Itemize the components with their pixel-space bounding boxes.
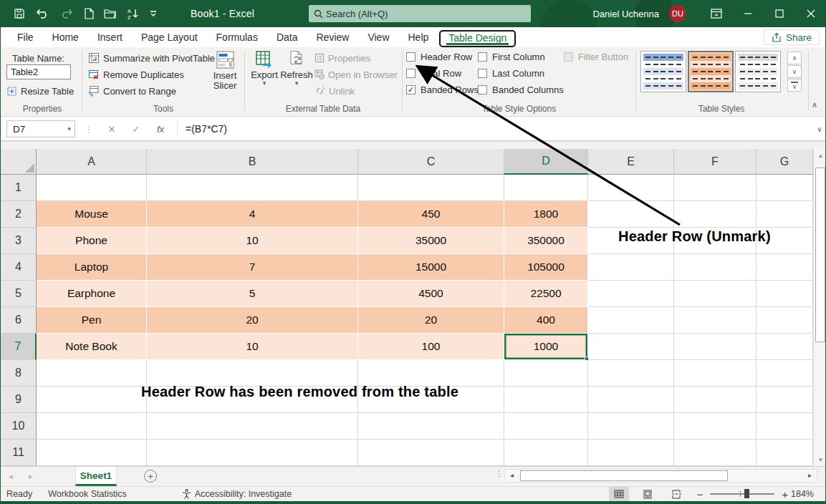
table-style-orange[interactable] <box>688 51 734 92</box>
cell-F2[interactable] <box>674 201 757 228</box>
hscroll-left-icon[interactable]: ◄ <box>505 470 519 482</box>
cell-D1[interactable] <box>504 175 588 201</box>
tab-view[interactable]: View <box>358 29 398 47</box>
zoom-out-button[interactable]: − <box>696 488 703 500</box>
cell-C3[interactable]: 35000 <box>358 228 504 254</box>
add-sheet-button[interactable]: + <box>144 470 157 483</box>
cell-G1[interactable] <box>757 175 813 201</box>
page-layout-view-button[interactable] <box>638 487 658 501</box>
tab-data[interactable]: Data <box>267 29 307 47</box>
column-header-A[interactable]: A <box>37 149 147 175</box>
insert-function-icon[interactable]: fx <box>151 120 170 137</box>
cell-D10[interactable] <box>504 413 588 440</box>
cell-C11[interactable] <box>358 440 504 466</box>
avatar[interactable]: DU <box>669 5 686 22</box>
export-button[interactable]: Export ▾ <box>248 50 281 86</box>
column-header-C[interactable]: C <box>358 149 504 175</box>
cell-B6[interactable]: 20 <box>147 307 358 334</box>
tab-file[interactable]: File <box>8 29 43 47</box>
share-button[interactable]: Share <box>764 29 820 45</box>
cell-G4[interactable] <box>757 254 813 281</box>
cell-E2[interactable] <box>588 201 674 228</box>
column-header-E[interactable]: E <box>588 149 674 175</box>
cell-A7[interactable]: Note Book <box>37 334 147 360</box>
cell-F6[interactable] <box>674 307 757 334</box>
cancel-icon[interactable]: ✕ <box>102 120 121 137</box>
cell-B2[interactable]: 4 <box>147 201 358 228</box>
cell-F4[interactable] <box>674 254 757 281</box>
cell-B8[interactable] <box>147 360 358 387</box>
tab-review[interactable]: Review <box>307 29 359 47</box>
maximize-button[interactable] <box>764 0 795 27</box>
cell-F11[interactable] <box>674 440 757 466</box>
tab-page-layout[interactable]: Page Layout <box>132 29 207 47</box>
table-style-gray[interactable] <box>735 51 781 92</box>
cell-C10[interactable] <box>358 413 504 440</box>
enter-icon[interactable]: ✓ <box>127 120 145 137</box>
tab-home[interactable]: Home <box>43 29 88 47</box>
cell-A8[interactable] <box>37 360 147 387</box>
cell-F5[interactable] <box>674 281 757 307</box>
table-styles-scroll-down-button[interactable]: ∨ <box>787 65 802 78</box>
cell-D8[interactable] <box>504 360 588 387</box>
column-header-G[interactable]: G <box>757 149 813 175</box>
cell-G7[interactable] <box>757 334 813 360</box>
convert-to-range-button[interactable]: Convert to Range <box>88 84 176 97</box>
checkbox-total-row[interactable]: Total Row <box>406 68 461 79</box>
row-header-2[interactable]: 2 <box>1 201 37 228</box>
cell-F7[interactable] <box>674 334 757 360</box>
row-header-6[interactable]: 6 <box>1 307 37 334</box>
sheetbar-dots-separator[interactable]: ⋮ <box>495 469 503 478</box>
cell-G5[interactable] <box>757 281 813 307</box>
cell-C5[interactable]: 4500 <box>358 281 504 307</box>
sheet-nav-right-icon[interactable]: ► <box>21 467 41 486</box>
cell-E9[interactable] <box>588 387 674 413</box>
horizontal-scrollbar[interactable]: ◄ ► <box>504 469 817 483</box>
insert-slicer-button[interactable]: Insert Slicer <box>208 50 241 91</box>
cell-E8[interactable] <box>588 360 674 387</box>
redo-icon[interactable] <box>59 8 74 19</box>
customize-qat-icon[interactable] <box>150 9 157 18</box>
tab-table-design[interactable]: Table Design <box>439 30 516 47</box>
cell-A4[interactable]: Laptop <box>37 254 147 281</box>
cell-F8[interactable] <box>674 360 757 387</box>
vertical-scrollbar-thumb[interactable] <box>815 168 825 342</box>
table-styles-scroll-up-button[interactable]: ∧ <box>787 52 802 64</box>
workbook-statistics-button[interactable]: Workbook Statistics <box>48 489 127 499</box>
vertical-scrollbar[interactable]: ▲ ▼ <box>813 149 826 466</box>
cell-A5[interactable]: Earphone <box>37 281 147 307</box>
user-name[interactable]: Daniel Uchenna <box>592 9 659 19</box>
cell-F9[interactable] <box>674 387 757 413</box>
table-styles-gallery-button[interactable]: ∨ <box>787 79 802 92</box>
formula-input[interactable]: =(B7*C7) <box>186 120 227 137</box>
open-file-icon[interactable] <box>104 9 117 19</box>
new-file-icon[interactable] <box>84 8 94 19</box>
scroll-down-icon[interactable]: ▼ <box>814 453 826 466</box>
row-header-5[interactable]: 5 <box>1 281 37 307</box>
checkbox-banded-rows[interactable]: ✓Banded Rows <box>406 84 479 95</box>
select-all-corner[interactable] <box>1 149 37 175</box>
cell-G9[interactable] <box>757 387 813 413</box>
zoom-slider-thumb[interactable] <box>744 489 749 498</box>
column-header-F[interactable]: F <box>674 149 757 175</box>
sheet-nav-left-icon[interactable]: ◄ <box>1 467 21 486</box>
checkbox-first-column[interactable]: First Column <box>478 52 545 62</box>
cell-A3[interactable]: Phone <box>37 228 147 254</box>
row-header-10[interactable]: 10 <box>1 413 37 440</box>
row-header-7[interactable]: 7 <box>1 334 37 360</box>
cell-C1[interactable] <box>358 175 504 201</box>
cell-B1[interactable] <box>147 175 358 201</box>
row-header-4[interactable]: 4 <box>1 254 37 281</box>
save-icon[interactable] <box>14 8 25 19</box>
close-button[interactable] <box>795 0 826 27</box>
name-box-dropdown-icon[interactable]: ▾ <box>67 125 71 132</box>
cell-E6[interactable] <box>588 307 674 334</box>
undo-icon[interactable] <box>35 8 49 19</box>
cell-G11[interactable] <box>757 440 813 466</box>
normal-view-button[interactable] <box>609 487 629 501</box>
horizontal-scrollbar-thumb[interactable] <box>520 470 728 481</box>
table-style-blue[interactable] <box>640 51 686 92</box>
cell-C4[interactable]: 15000 <box>358 254 504 281</box>
export-dropdown-icon[interactable]: ▾ <box>263 80 266 86</box>
resize-table-button[interactable]: Resize Table <box>6 84 74 97</box>
